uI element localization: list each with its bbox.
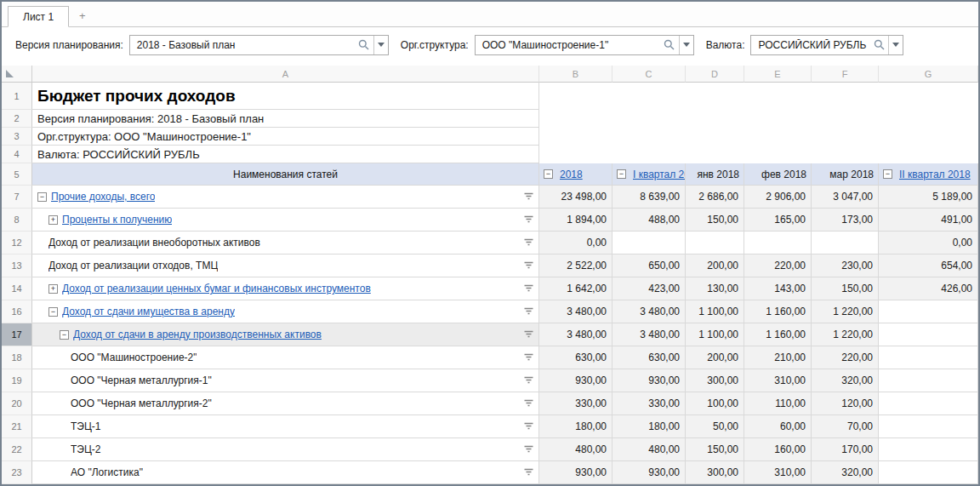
value-cell[interactable]: 654,00 (879, 254, 978, 277)
value-cell[interactable]: 1 894,00 (539, 209, 612, 232)
row-number[interactable]: 7 (2, 186, 32, 209)
row-number[interactable]: 19 (2, 369, 32, 392)
value-cell[interactable] (612, 232, 686, 254)
value-cell[interactable] (879, 392, 978, 415)
item-name-cell[interactable]: −Доход от сдачи в аренду производственны… (32, 323, 539, 346)
value-cell[interactable]: 930,00 (612, 461, 686, 484)
select-all-corner[interactable] (2, 66, 32, 83)
value-cell[interactable]: 2 906,00 (744, 186, 812, 209)
filter-icon[interactable] (523, 329, 534, 340)
period-header[interactable]: −I квартал 2018 (612, 163, 686, 186)
value-cell[interactable]: 150,00 (686, 209, 744, 232)
value-cell[interactable]: 220,00 (744, 254, 812, 277)
item-name[interactable]: Проценты к получению (62, 214, 172, 226)
filter-icon[interactable] (523, 375, 534, 386)
value-cell[interactable]: 8 639,00 (612, 186, 686, 209)
value-cell[interactable]: 110,00 (744, 392, 812, 415)
column-header-E[interactable]: E (744, 66, 812, 83)
value-cell[interactable]: 5 189,00 (879, 186, 978, 209)
search-icon[interactable] (869, 39, 888, 50)
item-name-cell[interactable]: ООО "Черная металлургия-1" (32, 369, 539, 392)
row-number[interactable]: 1 (2, 83, 32, 110)
item-name-cell[interactable]: ТЭЦ-2 (32, 438, 539, 461)
collapse-icon[interactable]: − (48, 307, 58, 317)
value-cell[interactable] (879, 369, 978, 392)
value-cell[interactable]: 100,00 (686, 392, 744, 415)
row-number[interactable]: 2 (2, 110, 32, 128)
value-cell[interactable]: 300,00 (686, 461, 744, 484)
expand-icon[interactable]: + (48, 284, 58, 294)
filter-icon[interactable] (523, 260, 534, 271)
dropdown-caret[interactable] (679, 36, 693, 54)
column-header-A[interactable]: A (32, 66, 539, 83)
item-name[interactable]: Прочие доходы, всего (51, 191, 155, 203)
filter-icon[interactable] (523, 444, 534, 455)
collapse-icon[interactable]: − (37, 192, 47, 202)
value-cell[interactable]: 3 480,00 (612, 323, 686, 346)
value-cell[interactable]: 0,00 (539, 232, 612, 254)
row-number[interactable]: 21 (2, 415, 32, 438)
value-cell[interactable]: 150,00 (686, 438, 744, 461)
org-structure-combo[interactable]: ООО "Машиностроение-1" (475, 35, 694, 55)
value-cell[interactable]: 150,00 (812, 277, 879, 300)
value-cell[interactable]: 310,00 (744, 461, 812, 484)
value-cell[interactable]: 3 480,00 (539, 300, 612, 323)
collapse-icon[interactable]: − (544, 169, 553, 179)
value-cell[interactable]: 220,00 (812, 346, 879, 369)
filter-icon[interactable] (523, 306, 534, 317)
value-cell[interactable]: 120,00 (812, 392, 879, 415)
value-cell[interactable]: 310,00 (744, 369, 812, 392)
value-cell[interactable]: 426,00 (879, 277, 978, 300)
filter-icon[interactable] (523, 352, 534, 363)
row-number[interactable]: 18 (2, 346, 32, 369)
filter-icon[interactable] (523, 421, 534, 432)
item-name[interactable]: Доход от реализации ценных бумаг и финан… (62, 283, 371, 294)
item-name-cell[interactable]: −Прочие доходы, всего (32, 186, 539, 209)
value-cell[interactable]: 330,00 (539, 392, 612, 415)
value-cell[interactable]: 230,00 (812, 254, 879, 277)
row-number[interactable]: 14 (2, 277, 32, 300)
item-name-cell[interactable]: ООО "Черная металлургия-2" (32, 392, 539, 415)
row-number[interactable]: 22 (2, 438, 32, 461)
filter-icon[interactable] (523, 237, 534, 248)
filter-icon[interactable] (523, 467, 534, 477)
item-name[interactable]: Доход от сдачи имущества в аренду (62, 306, 235, 317)
value-cell[interactable]: 300,00 (686, 369, 744, 392)
value-cell[interactable]: 3 480,00 (612, 300, 686, 323)
value-cell[interactable]: 60,00 (744, 415, 812, 438)
value-cell[interactable]: 480,00 (539, 438, 612, 461)
collapse-icon[interactable]: − (883, 169, 892, 179)
period-header[interactable]: −2018 (539, 163, 612, 186)
currency-combo[interactable]: РОССИЙСКИЙ РУБЛЬ (750, 35, 903, 55)
value-cell[interactable]: 0,00 (879, 232, 978, 254)
row-number[interactable]: 4 (2, 146, 32, 163)
row-number[interactable]: 16 (2, 300, 32, 323)
value-cell[interactable] (879, 300, 978, 323)
row-number[interactable]: 23 (2, 461, 32, 484)
row-number[interactable]: 13 (2, 254, 32, 277)
value-cell[interactable]: 23 498,00 (539, 186, 612, 209)
filter-icon[interactable] (523, 192, 534, 202)
expand-icon[interactable]: + (48, 215, 58, 225)
item-name-cell[interactable]: ТЭЦ-1 (32, 415, 539, 438)
row-number[interactable]: 8 (2, 209, 32, 232)
collapse-icon[interactable]: − (617, 169, 626, 179)
period-header[interactable]: −II квартал 2018 (879, 163, 978, 186)
value-cell[interactable]: 423,00 (612, 277, 686, 300)
collapse-icon[interactable]: − (60, 330, 69, 340)
value-cell[interactable]: 70,00 (812, 415, 879, 438)
value-cell[interactable]: 3 480,00 (539, 323, 612, 346)
row-number[interactable]: 3 (2, 128, 32, 146)
planning-version-combo[interactable]: 2018 - Базовый план (129, 35, 389, 55)
row-number[interactable]: 5 (2, 163, 32, 186)
value-cell[interactable]: 630,00 (539, 346, 612, 369)
item-name-cell[interactable]: АО "Логистика" (32, 461, 539, 484)
column-header-F[interactable]: F (812, 66, 879, 83)
dropdown-caret[interactable] (373, 36, 388, 54)
value-cell[interactable]: 488,00 (612, 209, 686, 232)
value-cell[interactable]: 1 160,00 (744, 300, 812, 323)
value-cell[interactable]: 50,00 (686, 415, 744, 438)
value-cell[interactable]: 173,00 (812, 209, 879, 232)
filter-icon[interactable] (523, 283, 534, 294)
item-name-cell[interactable]: Доход от реализации внеоборотных активов (32, 232, 539, 254)
